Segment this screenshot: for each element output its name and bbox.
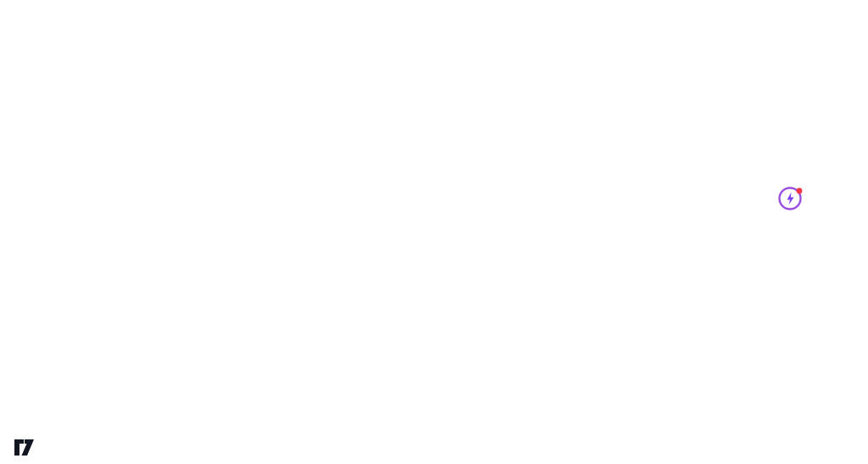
- chart-canvas[interactable]: [0, 0, 868, 464]
- rsi-legend-row[interactable]: [25, 214, 37, 226]
- tradingview-chart-window: [0, 0, 868, 464]
- lightning-boost-icon[interactable]: [776, 184, 805, 213]
- price-axis[interactable]: [815, 0, 868, 426]
- symbol-legend-row[interactable]: [25, 9, 55, 21]
- volume-legend-row[interactable]: [25, 24, 31, 36]
- time-axis[interactable]: [0, 410, 815, 426]
- macd-legend-row[interactable]: [25, 315, 43, 327]
- tradingview-logo[interactable]: [14, 439, 41, 457]
- tradingview-glyph-icon: [14, 439, 35, 457]
